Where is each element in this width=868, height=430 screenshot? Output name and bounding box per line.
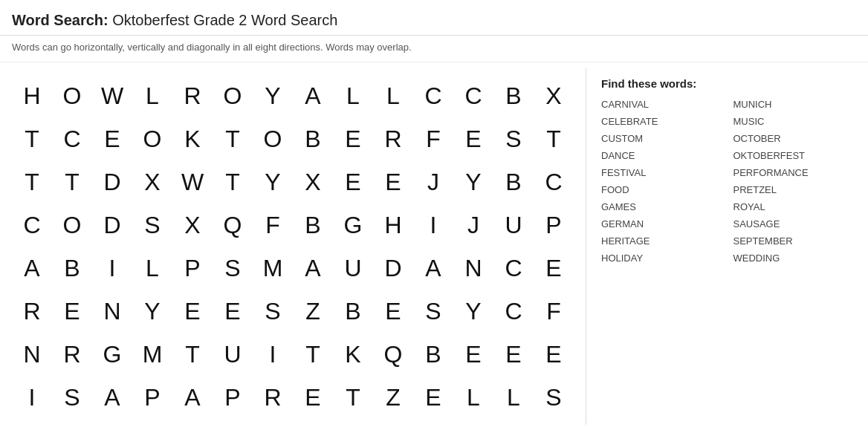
word-item: HOLIDAY — [601, 251, 722, 265]
page-header: Word Search: Oktoberfest Grade 2 Word Se… — [0, 0, 868, 36]
word-item: CARNIVAL — [601, 97, 722, 111]
grid-cell: B — [293, 203, 333, 247]
grid-cell: T — [213, 117, 253, 160]
grid-cell: T — [293, 333, 333, 376]
word-item: MUNICH — [733, 97, 854, 111]
grid-cell: I — [12, 376, 52, 419]
grid-cell: D — [92, 160, 132, 203]
word-item: HERITAGE — [601, 234, 722, 248]
grid-cell: T — [12, 160, 52, 203]
grid-cell: M — [253, 247, 293, 290]
grid-cell: F — [413, 117, 453, 160]
grid-cell: Y — [453, 160, 493, 203]
grid-cell: I — [413, 203, 453, 247]
grid-cell: I — [92, 247, 132, 290]
grid-cell: D — [373, 247, 413, 290]
grid-cell: W — [92, 74, 132, 117]
grid-cell: L — [132, 74, 172, 117]
grid-cell: G — [333, 203, 373, 247]
grid-cell: C — [453, 74, 493, 117]
grid-cell: T — [333, 376, 373, 419]
grid-cell: S — [534, 376, 574, 419]
subtitle-text: Words can go horizontally, vertically an… — [0, 36, 868, 62]
grid-cell: F — [253, 203, 293, 247]
grid-cell: S — [413, 290, 453, 333]
word-item: CELEBRATE — [601, 114, 722, 128]
grid-cell: U — [493, 203, 534, 247]
grid-cell: A — [293, 247, 333, 290]
grid-cell: C — [493, 290, 534, 333]
grid-cell: E — [453, 117, 493, 160]
grid-cell: E — [172, 290, 213, 333]
word-item: GERMAN — [601, 217, 722, 231]
grid-cell: A — [413, 247, 453, 290]
word-item: GAMES — [601, 200, 722, 214]
find-words-label: Find these words: — [601, 77, 853, 90]
word-item: PRETZEL — [733, 183, 854, 197]
grid-cell: A — [293, 74, 333, 117]
grid-cell: T — [172, 333, 213, 376]
grid-cell: X — [132, 160, 172, 203]
grid-cell: P — [213, 376, 253, 419]
word-item: SEPTEMBER — [733, 234, 854, 248]
word-item: ROYAL — [733, 200, 854, 214]
grid-cell: E — [413, 376, 453, 419]
grid-cell: A — [92, 376, 132, 419]
grid-cell: T — [534, 117, 574, 160]
grid-cell: D — [92, 203, 132, 247]
word-item: OKTOBERFEST — [733, 149, 854, 163]
grid-cell: S — [132, 203, 172, 247]
grid-cell: F — [534, 290, 574, 333]
grid-cell: R — [253, 376, 293, 419]
grid-cell: E — [453, 333, 493, 376]
grid-cell: U — [333, 247, 373, 290]
grid-cell: X — [172, 203, 213, 247]
grid-cell: Z — [293, 290, 333, 333]
word-item: SAUSAGE — [733, 217, 854, 231]
page-title: Oktoberfest Grade 2 Word Search — [112, 12, 337, 28]
grid-cell: P — [534, 203, 574, 247]
word-search-grid-container: HOWLROYALLCCBXTCEOKTOBERFESTTTDXWTYXEEJY… — [0, 68, 586, 425]
grid-cell: T — [213, 160, 253, 203]
word-item: PERFORMANCE — [733, 166, 854, 180]
grid-cell: X — [534, 74, 574, 117]
grid-cell: Y — [253, 74, 293, 117]
words-panel: Find these words: CARNIVALMUNICHCELEBRAT… — [586, 68, 868, 425]
grid-cell: S — [52, 376, 92, 419]
grid-cell: C — [413, 74, 453, 117]
grid-cell: E — [333, 117, 373, 160]
grid-cell: B — [293, 117, 333, 160]
grid-cell: R — [12, 290, 52, 333]
grid-cell: Y — [253, 160, 293, 203]
grid-cell: R — [52, 333, 92, 376]
grid-cell: H — [373, 203, 413, 247]
grid-cell: H — [12, 74, 52, 117]
grid-cell: W — [172, 160, 213, 203]
grid-cell: Z — [373, 376, 413, 419]
grid-cell: N — [12, 333, 52, 376]
grid-cell: O — [52, 74, 92, 117]
grid-cell: C — [52, 117, 92, 160]
grid-cell: Q — [213, 203, 253, 247]
word-item: FOOD — [601, 183, 722, 197]
word-item: DANCE — [601, 149, 722, 163]
grid-cell: R — [172, 74, 213, 117]
grid-cell: E — [293, 376, 333, 419]
grid-cell: R — [373, 117, 413, 160]
word-item: WEDDING — [733, 251, 854, 265]
word-search-label: Word Search: — [12, 12, 108, 28]
grid-cell: Y — [132, 290, 172, 333]
grid-cell: O — [132, 117, 172, 160]
grid-cell: U — [213, 333, 253, 376]
grid-cell: E — [534, 247, 574, 290]
grid-cell: B — [493, 160, 534, 203]
grid-cell: O — [52, 203, 92, 247]
grid-cell: P — [172, 247, 213, 290]
grid-cell: L — [373, 74, 413, 117]
grid-cell: A — [12, 247, 52, 290]
grid-cell: S — [213, 247, 253, 290]
grid-cell: O — [213, 74, 253, 117]
grid-cell: M — [132, 333, 172, 376]
grid-cell: N — [92, 290, 132, 333]
grid-cell: S — [493, 117, 534, 160]
